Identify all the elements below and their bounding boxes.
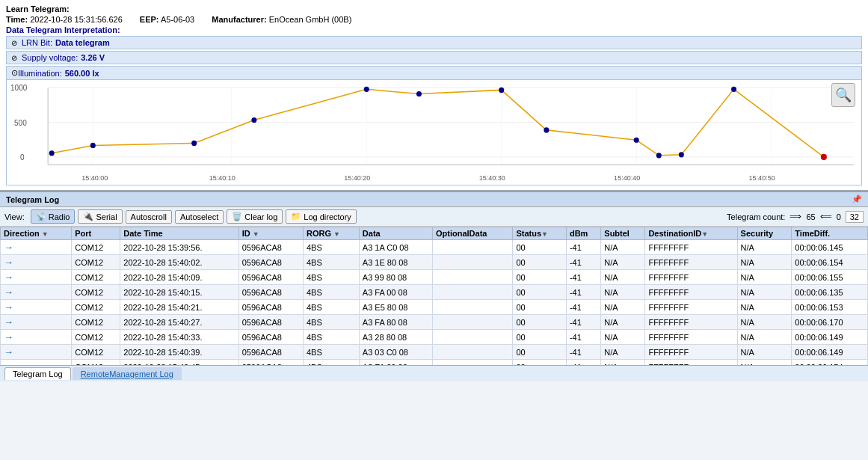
page-count: 32	[846, 211, 864, 223]
cell-direction: →	[1, 255, 72, 270]
col-status[interactable]: Status▼	[513, 227, 566, 240]
cell-port: COM12	[72, 255, 120, 270]
magnifier-icon[interactable]: 🔍	[831, 83, 855, 107]
table-container[interactable]: Direction ▼ Port Date Time ID ▼ RORG ▼ D…	[0, 227, 868, 365]
cell-dest: FFFFFFFF	[645, 240, 737, 255]
col-subtel[interactable]: Subtel	[601, 227, 645, 240]
cell-status: 00	[513, 285, 566, 300]
col-dest[interactable]: DestinationID▼	[645, 227, 737, 240]
manufacturer-label: Manufacturer:	[212, 15, 266, 24]
serial-label: Serial	[96, 212, 117, 221]
cell-status: 00	[513, 255, 566, 270]
log-directory-button[interactable]: 📁 Log directory	[286, 209, 357, 224]
cell-data: A3 03 C0 08	[359, 345, 432, 360]
chart-svg: 1000 500 0 15:40:00 15:40:10 15:40:20 15…	[7, 80, 861, 185]
cell-datetime: 2022-10-28 15:40:15.	[120, 285, 238, 300]
svg-point-19	[90, 143, 96, 148]
cell-direction: →	[1, 240, 72, 255]
radio-button[interactable]: 📡 Radio	[31, 209, 76, 224]
table-row[interactable]: → COM12 2022-10-28 15:40:02. 0596ACA8 4B…	[1, 255, 868, 270]
svg-text:500: 500	[14, 119, 27, 127]
radio-icon: 📡	[36, 212, 46, 221]
cell-data: A3 99 80 08	[359, 270, 432, 285]
svg-point-24	[499, 88, 504, 93]
col-dbm[interactable]: dBm	[566, 227, 600, 240]
remote-mgmt-tab[interactable]: RemoteManagement Log	[73, 367, 182, 380]
cell-dest: FFFFFFFF	[645, 285, 737, 300]
col-direction[interactable]: Direction ▼	[1, 227, 72, 240]
autoselect-button[interactable]: Autoselect	[175, 210, 224, 224]
col-id[interactable]: ID ▼	[238, 227, 303, 240]
cell-data: A3 FA 00 08	[359, 360, 432, 366]
toolbar: View: 📡 Radio 🔌 Serial Autoscroll Autose…	[0, 207, 868, 227]
cell-rorg: 4BS	[303, 360, 359, 366]
cell-id: 0596ACA8	[238, 315, 303, 330]
autoscroll-button[interactable]: Autoscroll	[126, 210, 172, 224]
table-row[interactable]: → COM12 2022-10-28 15:40:45. 0596ACA8 4B…	[1, 360, 868, 366]
svg-point-21	[251, 117, 256, 123]
cell-timediff: 00:00:06.155	[792, 270, 868, 285]
cell-rorg: 4BS	[303, 270, 359, 285]
time-eep-line: Time: 2022-10-28 15:31:56.626 EEP: A5-06…	[6, 15, 862, 24]
table-row[interactable]: → COM12 2022-10-28 15:40:39. 0596ACA8 4B…	[1, 345, 868, 360]
col-security[interactable]: Security	[737, 227, 792, 240]
lrn-value: Data telegram	[55, 38, 110, 47]
cell-id: 0596ACA8	[238, 330, 303, 345]
table-row[interactable]: → COM12 2022-10-28 15:40:33. 0596ACA8 4B…	[1, 330, 868, 345]
cell-data: A3 FA 80 08	[359, 315, 432, 330]
cell-security: N/A	[737, 255, 792, 270]
chart-inner: 🔍 1000 500 0 15:40:00 15:40:10 15:40:20 …	[7, 80, 861, 185]
cell-dbm: -41	[566, 315, 600, 330]
table-row[interactable]: → COM12 2022-10-28 15:40:21. 0596ACA8 4B…	[1, 300, 868, 315]
cell-dest: FFFFFFFF	[645, 255, 737, 270]
cell-dbm: -41	[566, 300, 600, 315]
cell-subtel: N/A	[601, 360, 645, 366]
table-row[interactable]: → COM12 2022-10-28 15:40:27. 0596ACA8 4B…	[1, 315, 868, 330]
cell-rorg: 4BS	[303, 315, 359, 330]
log-dir-icon: 📁	[291, 212, 301, 221]
col-data[interactable]: Data	[359, 227, 432, 240]
col-datetime[interactable]: Date Time	[120, 227, 238, 240]
table-row[interactable]: → COM12 2022-10-28 15:40:15. 0596ACA8 4B…	[1, 285, 868, 300]
cell-data: A3 E5 80 08	[359, 300, 432, 315]
cell-direction: →	[1, 360, 72, 366]
clear-log-button[interactable]: 🗑️ Clear log	[227, 209, 283, 224]
table-row[interactable]: → COM12 2022-10-28 15:39:56. 0596ACA8 4B…	[1, 240, 868, 255]
cell-id: 0596ACA8	[238, 255, 303, 270]
log-directory-label: Log directory	[304, 212, 351, 221]
cell-port: COM12	[72, 345, 120, 360]
svg-point-27	[656, 153, 662, 158]
clear-log-label: Clear log	[244, 212, 277, 221]
cell-port: COM12	[72, 315, 120, 330]
cell-timediff: 00:00:06.154	[792, 255, 868, 270]
svg-point-25	[544, 127, 549, 132]
cell-subtel: N/A	[601, 270, 645, 285]
serial-button[interactable]: 🔌 Serial	[78, 209, 122, 224]
lrn-chevron: ⊘	[11, 39, 17, 47]
cell-datetime: 2022-10-28 15:40:02.	[120, 255, 238, 270]
autoselect-label: Autoselect	[180, 212, 218, 221]
illumination-header[interactable]: ⊙ Illumination: 560.00 lx	[7, 67, 861, 80]
col-timediff[interactable]: TimeDiff.	[792, 227, 868, 240]
col-port[interactable]: Port	[72, 227, 120, 240]
log-table: Direction ▼ Port Date Time ID ▼ RORG ▼ D…	[0, 227, 868, 365]
manufacturer-value: EnOcean GmbH (00B)	[269, 15, 352, 24]
telegram-log-tab[interactable]: Telegram Log	[4, 367, 71, 380]
telegram-count-value: 65	[806, 212, 815, 221]
svg-point-29	[731, 87, 736, 92]
cell-dbm: -41	[566, 270, 600, 285]
learn-telegram-label: Learn Telegram:	[6, 4, 70, 13]
cell-datetime: 2022-10-28 15:40:39.	[120, 345, 238, 360]
table-row[interactable]: → COM12 2022-10-28 15:40:09. 0596ACA8 4B…	[1, 270, 868, 285]
cell-dest: FFFFFFFF	[645, 330, 737, 345]
cell-port: COM12	[72, 330, 120, 345]
pin-icon[interactable]: 📌	[852, 194, 862, 204]
telegram-count2-value: 0	[837, 212, 841, 221]
cell-optional	[433, 240, 513, 255]
cell-optional	[433, 255, 513, 270]
col-optional[interactable]: OptionalData	[433, 227, 513, 240]
lrn-bit-row[interactable]: ⊘ LRN Bit: Data telegram	[6, 36, 862, 49]
col-rorg[interactable]: RORG ▼	[303, 227, 359, 240]
supply-voltage-row[interactable]: ⊘ Supply voltage: 3.26 V	[6, 51, 862, 64]
cell-direction: →	[1, 270, 72, 285]
